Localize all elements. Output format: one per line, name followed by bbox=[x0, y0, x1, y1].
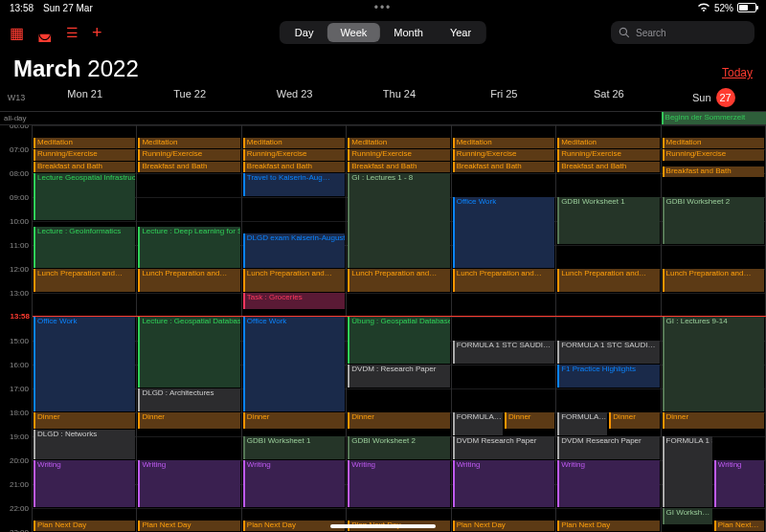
day-header[interactable]: Sun 27 bbox=[662, 84, 766, 111]
inbox-icon[interactable]: ◛ bbox=[37, 24, 53, 42]
calendar-event[interactable]: DVDM : Research Paper bbox=[348, 365, 449, 388]
body-grid[interactable]: 06:0007:0008:0009:0010:0011:0012:0013:00… bbox=[0, 125, 766, 532]
day-header[interactable]: Sat 26 bbox=[556, 84, 661, 111]
day-column[interactable]: MeditationRunning/ExerciseBreakfast and … bbox=[137, 125, 241, 532]
allday-event[interactable]: Beginn der Sommerzeit bbox=[662, 112, 766, 124]
calendar-event[interactable]: Meditation bbox=[453, 138, 554, 149]
calendar-event[interactable]: Writing bbox=[453, 460, 554, 507]
calendar-event[interactable]: Lecture : Geospatial Databases bbox=[138, 317, 239, 388]
calendar-event[interactable]: FORMULA… bbox=[453, 412, 503, 435]
calendar-event[interactable]: Meditation bbox=[243, 138, 345, 149]
calendar-event[interactable]: Breakfast and Bath bbox=[138, 162, 239, 173]
calendar-event[interactable]: Writing bbox=[714, 460, 764, 507]
calendar-event[interactable]: DVDM Research Paper bbox=[453, 436, 554, 459]
calendar-event[interactable]: Running/Exercise bbox=[138, 149, 239, 161]
view-year[interactable]: Year bbox=[437, 23, 484, 42]
calendar-event[interactable]: Plan Next Day bbox=[453, 521, 554, 532]
multitask-dots-icon[interactable]: ••• bbox=[374, 1, 393, 14]
day-column[interactable]: MeditationRunning/ExerciseBreakfast and … bbox=[347, 125, 451, 532]
calendar-event[interactable]: Breakfast and Bath bbox=[557, 162, 659, 173]
calendar-event[interactable]: GDBI Worksheet 1 bbox=[243, 436, 345, 459]
view-month[interactable]: Month bbox=[380, 23, 437, 42]
calendar-event[interactable]: Running/Exercise bbox=[557, 149, 659, 161]
day-column[interactable]: MeditationRunning/ExerciseBreakfast and … bbox=[242, 125, 347, 532]
calendar-event[interactable]: Breakfast and Bath bbox=[243, 162, 345, 173]
day-column[interactable]: MeditationRunning/ExerciseBreakfast and … bbox=[662, 125, 766, 532]
calendar-event[interactable]: Dinner bbox=[505, 412, 554, 429]
calendar-event[interactable]: Lunch Preparation and… bbox=[348, 269, 449, 292]
calendar-event[interactable]: Running/Exercise bbox=[663, 149, 764, 161]
calendar-event[interactable]: Lunch Preparation and… bbox=[34, 269, 135, 292]
calendar-event[interactable]: FORMULA… bbox=[557, 412, 607, 435]
day-header[interactable]: Wed 23 bbox=[242, 84, 347, 111]
calendar-event[interactable]: DLGD : Architectures bbox=[138, 388, 239, 411]
view-day[interactable]: Day bbox=[282, 23, 327, 42]
calendar-event[interactable]: Writing bbox=[348, 460, 449, 507]
calendar-event[interactable]: DLGD exam Kaiserin-Augusta-Allee 104-106 bbox=[243, 233, 345, 269]
calendar-event[interactable]: Dinner bbox=[609, 412, 659, 429]
calendar-event[interactable]: GDBI Worksheet 2 bbox=[663, 197, 764, 244]
search-input[interactable]: Search bbox=[611, 21, 755, 44]
calendar-event[interactable]: Breakfast and Bath bbox=[453, 162, 554, 173]
calendar-event[interactable]: GI : Lectures 9-14 bbox=[663, 317, 764, 411]
calendar-event[interactable]: Lunch Preparation and… bbox=[557, 269, 659, 292]
calendar-event[interactable]: GI : Lectures 1 - 8 bbox=[348, 173, 449, 268]
calendar-event[interactable]: Dinner bbox=[34, 412, 135, 429]
today-link[interactable]: Today bbox=[722, 66, 753, 79]
calendar-event[interactable]: Lecture : Geoinformatics bbox=[34, 227, 135, 268]
calendar-event[interactable]: Running/Exercise bbox=[348, 149, 449, 161]
calendar-event[interactable]: Meditation bbox=[557, 138, 659, 149]
calendar-event[interactable]: Office Work bbox=[34, 317, 135, 411]
calendar-event[interactable]: Writing bbox=[34, 460, 135, 507]
day-header[interactable]: Mon 21 bbox=[33, 84, 137, 111]
calendar-event[interactable]: GI Worksh… bbox=[663, 508, 712, 524]
view-week[interactable]: Week bbox=[327, 23, 380, 42]
calendar-event[interactable]: FORMULA 1 STC SAUDI… bbox=[453, 341, 554, 364]
calendar-event[interactable]: DLGD : Networks bbox=[34, 430, 135, 460]
calendar-icon[interactable]: ▦ bbox=[10, 24, 24, 42]
calendar-event[interactable]: Lecture : Deep Learning for Spatial Data bbox=[138, 227, 239, 268]
calendar-event[interactable]: GDBI Worksheet 2 bbox=[348, 436, 449, 459]
calendar-event[interactable]: Lunch Preparation and… bbox=[243, 269, 345, 292]
day-column[interactable]: MeditationRunning/ExerciseBreakfast and … bbox=[33, 125, 137, 532]
calendar-event[interactable]: Running/Exercise bbox=[243, 149, 345, 161]
calendar-event[interactable]: Task : Groceries bbox=[243, 293, 345, 309]
calendar-event[interactable]: Office Work bbox=[243, 317, 345, 411]
calendar-event[interactable]: Meditation bbox=[34, 138, 135, 149]
calendar-event[interactable]: Lunch Preparation and… bbox=[453, 269, 554, 292]
calendar-event[interactable]: Meditation bbox=[138, 138, 239, 149]
add-event-icon[interactable]: + bbox=[92, 23, 102, 43]
calendar-event[interactable]: Dinner bbox=[138, 412, 239, 429]
calendar-event[interactable]: Travel to Kaiserin-Aug… bbox=[243, 173, 345, 196]
day-header[interactable]: Fri 25 bbox=[452, 84, 556, 111]
calendar-event[interactable]: F1 Practice Highlights bbox=[557, 365, 659, 388]
calendar-event[interactable]: Plan Next Day bbox=[34, 521, 135, 532]
calendar-event[interactable]: Dinner bbox=[663, 412, 764, 429]
calendar-event[interactable]: Running/Exercise bbox=[34, 149, 135, 161]
calendar-event[interactable]: DVDM Research Paper bbox=[557, 436, 659, 459]
home-indicator[interactable] bbox=[330, 524, 436, 528]
calendar-event[interactable]: Meditation bbox=[348, 138, 449, 149]
list-icon[interactable]: ☰ bbox=[66, 25, 79, 40]
calendar-event[interactable]: Breakfast and Bath bbox=[34, 162, 135, 173]
calendar-event[interactable]: Plan Next Day bbox=[557, 521, 659, 532]
calendar-event[interactable]: Writing bbox=[243, 460, 345, 507]
calendar-event[interactable]: Dinner bbox=[243, 412, 345, 429]
calendar-event[interactable]: Lunch Preparation and… bbox=[663, 269, 764, 292]
calendar-event[interactable]: FORMULA 1 STC SAUDI ARABIAN… bbox=[663, 436, 712, 507]
day-header[interactable]: Tue 22 bbox=[137, 84, 241, 111]
calendar-event[interactable]: Lunch Preparation and… bbox=[138, 269, 239, 292]
calendar-event[interactable]: FORMULA 1 STC SAUDI… bbox=[557, 341, 659, 364]
calendar-event[interactable]: Office Work bbox=[453, 197, 554, 268]
calendar-event[interactable]: Übung : Geospatial Database bbox=[348, 317, 449, 364]
calendar-event[interactable]: Plan Next… bbox=[714, 521, 764, 532]
calendar-event[interactable]: Writing bbox=[138, 460, 239, 507]
day-column[interactable]: MeditationRunning/ExerciseBreakfast and … bbox=[452, 125, 556, 532]
calendar-event[interactable]: Meditation bbox=[663, 138, 764, 149]
calendar-event[interactable]: Plan Next Day bbox=[138, 521, 239, 532]
calendar-event[interactable]: Writing bbox=[557, 460, 659, 507]
calendar-event[interactable]: Dinner bbox=[348, 412, 449, 429]
calendar-event[interactable]: Lecture Geospatial Infrastructures bbox=[34, 173, 135, 220]
calendar-event[interactable]: GDBI Worksheet 1 bbox=[557, 197, 659, 244]
calendar-event[interactable]: Running/Exercise bbox=[453, 149, 554, 161]
